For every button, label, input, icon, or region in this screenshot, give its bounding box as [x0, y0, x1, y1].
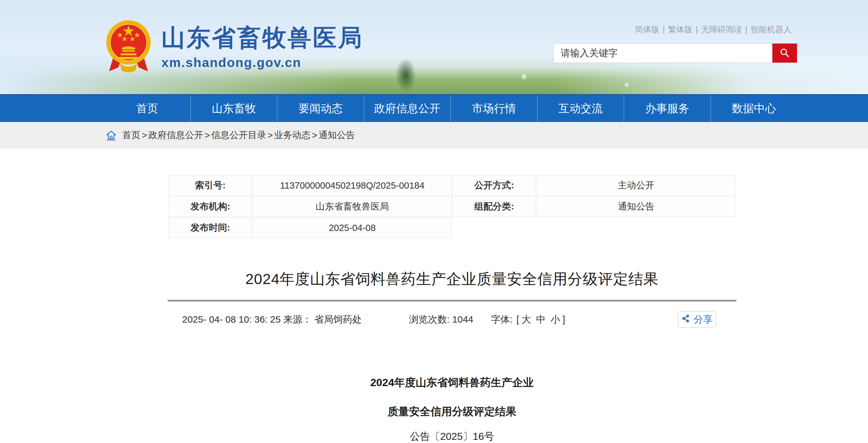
- breadcrumb: 首页 > 政府信息公开 > 信息公开目录 > 业务动态 > 通知公告: [105, 129, 355, 142]
- bracket-close: ]: [563, 314, 565, 325]
- home-icon: [105, 129, 117, 141]
- source-value: 省局饲药处: [314, 314, 362, 325]
- meta-value-issuing-agency: 山东省畜牧兽医局: [253, 197, 452, 217]
- body-title-line1: 2024年度山东省饲料兽药生产企业: [168, 375, 736, 390]
- link-traditional-chinese[interactable]: 繁体版: [668, 24, 692, 35]
- logo-text: 山东省畜牧兽医局 xm.shandong.gov.cn: [161, 18, 364, 70]
- meta-value-index-number: 11370000004502198Q/2025-00184: [253, 175, 452, 196]
- breadcrumb-separator: >: [312, 130, 317, 141]
- site-header: 山东省畜牧兽医局 xm.shandong.gov.cn 简体版 | 繁体版 | …: [0, 0, 868, 94]
- link-separator: |: [695, 25, 698, 34]
- meta-value-publish-date: 2025-04-08: [253, 218, 452, 238]
- article-page: 索引号: 11370000004502198Q/2025-00184 公开方式:…: [168, 174, 736, 443]
- nav-item-services[interactable]: 办事服务: [624, 95, 710, 122]
- view-count: 浏览次数: 1044: [409, 313, 473, 326]
- nav-item-home[interactable]: 首页: [104, 95, 190, 122]
- site-title: 山东省畜牧兽医局: [161, 26, 364, 50]
- breadcrumb-business-updates[interactable]: 业务动态: [274, 129, 311, 142]
- font-size-control: 字体: [ 大 中 小 ]: [491, 313, 565, 326]
- breadcrumb-notices[interactable]: 通知公告: [319, 129, 355, 142]
- publish-info: 2025- 04- 08 10: 36: 25 来源： 省局饲药处: [182, 313, 362, 326]
- search-input[interactable]: [554, 43, 772, 63]
- meta-label-publish-date: 发布时间:: [168, 218, 252, 238]
- meta-label-category: 组配分类:: [453, 197, 536, 217]
- nav-item-interaction[interactable]: 互动交流: [537, 95, 624, 122]
- breadcrumb-info-directory[interactable]: 信息公开目录: [211, 129, 266, 142]
- table-row: 发布机构: 山东省畜牧兽医局 组配分类: 通知公告: [168, 197, 735, 217]
- font-size-large[interactable]: 大: [522, 313, 531, 326]
- link-separator: |: [745, 25, 747, 34]
- breadcrumb-separator: >: [205, 130, 210, 141]
- body-title-line2: 质量安全信用分级评定结果: [168, 405, 736, 419]
- empty-cell: [453, 218, 536, 238]
- font-size-small[interactable]: 小: [551, 313, 560, 326]
- nav-item-government-info[interactable]: 政府信息公开: [364, 95, 451, 122]
- link-simplified-chinese[interactable]: 简体版: [635, 24, 660, 35]
- meta-value-category: 通知公告: [537, 197, 735, 217]
- announcement-number: 公告〔2025〕16号: [168, 430, 736, 443]
- share-button[interactable]: 分享: [678, 311, 716, 328]
- breadcrumb-government-info[interactable]: 政府信息公开: [148, 129, 203, 142]
- nav-item-news[interactable]: 要闻动态: [277, 95, 364, 122]
- empty-cell: [537, 218, 735, 238]
- source-label: 来源：: [283, 314, 312, 325]
- search-icon: [779, 48, 790, 59]
- bracket-open: [: [516, 314, 519, 325]
- search-button[interactable]: [772, 43, 797, 63]
- breadcrumb-separator: >: [268, 130, 273, 141]
- article-meta-row: 2025- 04- 08 10: 36: 25 来源： 省局饲药处 浏览次数: …: [168, 308, 736, 331]
- utility-links: 简体版 | 繁体版 | 无障碍阅读 | 智能机器人: [635, 24, 792, 35]
- table-row: 索引号: 11370000004502198Q/2025-00184 公开方式:…: [168, 175, 735, 196]
- publish-datetime: 2025- 04- 08 10: 36: 25: [182, 314, 281, 325]
- document-meta-table: 索引号: 11370000004502198Q/2025-00184 公开方式:…: [168, 174, 736, 239]
- breadcrumb-home[interactable]: 首页: [122, 129, 141, 142]
- title-divider: [168, 300, 736, 301]
- nav-inner: 首页 山东畜牧 要闻动态 政府信息公开 市场行情 互动交流 办事服务 数据中心: [104, 95, 797, 122]
- nav-item-market[interactable]: 市场行情: [450, 95, 537, 122]
- national-emblem-icon: [105, 18, 152, 77]
- meta-label-disclosure-method: 公开方式:: [453, 175, 536, 196]
- meta-label-index-number: 索引号:: [168, 175, 252, 196]
- font-size-medium[interactable]: 中: [536, 313, 546, 326]
- nav-item-shandong-animal-husbandry[interactable]: 山东畜牧: [190, 95, 277, 122]
- link-smart-robot[interactable]: 智能机器人: [750, 24, 792, 35]
- page-title: 2024年度山东省饲料兽药生产企业质量安全信用分级评定结果: [168, 269, 736, 289]
- link-accessibility[interactable]: 无障碍阅读: [701, 24, 742, 35]
- nav-item-data-center[interactable]: 数据中心: [710, 95, 797, 122]
- font-label: 字体:: [491, 313, 513, 326]
- meta-label-issuing-agency: 发布机构:: [168, 197, 252, 217]
- main-navigation: 首页 山东畜牧 要闻动态 政府信息公开 市场行情 互动交流 办事服务 数据中心: [0, 94, 868, 122]
- meta-value-disclosure-method: 主动公开: [537, 175, 735, 196]
- site-logo[interactable]: 山东省畜牧兽医局 xm.shandong.gov.cn: [105, 18, 364, 77]
- share-label: 分享: [694, 313, 713, 326]
- table-row: 发布时间: 2025-04-08: [168, 218, 735, 238]
- breadcrumb-bar: 首页 > 政府信息公开 > 信息公开目录 > 业务动态 > 通知公告: [0, 122, 868, 148]
- link-separator: |: [663, 25, 665, 34]
- views-label: 浏览次数:: [409, 314, 450, 325]
- views-value: 1044: [452, 314, 473, 325]
- breadcrumb-separator: >: [142, 130, 147, 141]
- article-body: 2024年度山东省饲料兽药生产企业 质量安全信用分级评定结果 公告〔2025〕1…: [168, 375, 736, 443]
- share-icon: [681, 314, 690, 325]
- site-url: xm.shandong.gov.cn: [161, 55, 364, 70]
- search-bar: [554, 43, 797, 63]
